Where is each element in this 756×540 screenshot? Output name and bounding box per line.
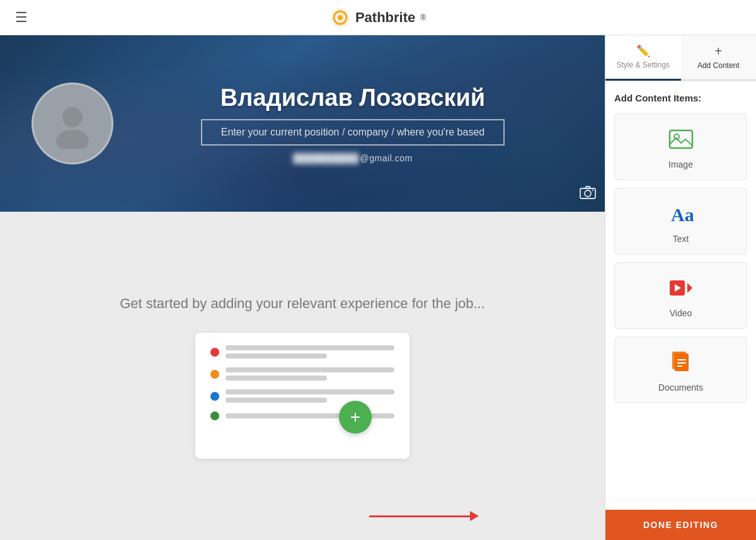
hamburger-menu[interactable]: ☰ (15, 9, 28, 26)
sidebar-section-title: Add Content Items: (614, 93, 747, 103)
logo-reg: ® (420, 13, 426, 22)
tab-add-content[interactable]: + Add Content (681, 35, 757, 81)
done-editing-arrow-indicator (369, 511, 479, 521)
done-editing-label: DONE EDITING (643, 520, 718, 530)
video-label: Video (670, 308, 692, 318)
dot-red (210, 348, 219, 357)
sidebar-tabs: ✏️ Style & Settings + Add Content (605, 35, 756, 81)
svg-text:Aa: Aa (671, 204, 694, 225)
content-item-image[interactable]: Image (614, 113, 747, 180)
svg-point-6 (585, 190, 591, 197)
camera-button[interactable] (580, 185, 596, 203)
line-short (226, 353, 327, 359)
card-row-3 (210, 389, 394, 403)
svg-point-2 (338, 15, 343, 20)
camera-icon (580, 185, 596, 199)
dot-orange (210, 370, 219, 379)
tab-style-settings[interactable]: ✏️ Style & Settings (605, 35, 681, 81)
body-content: Get started by adding your relevant expe… (0, 212, 605, 540)
right-sidebar: ✏️ Style & Settings + Add Content Add Co… (605, 35, 756, 540)
pathbrite-logo-icon (330, 8, 350, 28)
documents-icon (666, 347, 696, 377)
image-label: Image (668, 159, 693, 169)
main-layout: Владислав Лозовский Enter your current p… (0, 35, 756, 540)
avatar (32, 83, 113, 164)
arrow-line (369, 515, 470, 517)
card-lines-3 (226, 389, 394, 403)
card-lines-1 (226, 345, 394, 359)
content-item-text[interactable]: Aa Text (614, 188, 747, 255)
content-item-documents[interactable]: Documents (614, 336, 747, 403)
line-short (226, 376, 327, 381)
content-area: Владислав Лозовский Enter your current p… (0, 35, 605, 540)
avatar-icon (47, 98, 98, 149)
line-short (226, 398, 327, 403)
svg-rect-8 (670, 130, 692, 148)
svg-marker-12 (687, 283, 692, 293)
profile-banner: Владислав Лозовский Enter your current p… (0, 35, 605, 212)
sidebar-content: Add Content Items: Image Aa (605, 81, 756, 510)
content-item-video[interactable]: Video (614, 262, 747, 329)
profile-content: Владислав Лозовский Enter your current p… (0, 83, 605, 164)
card-row-1 (210, 345, 394, 359)
video-icon (666, 273, 696, 303)
email-hidden: ██████████ (293, 153, 358, 163)
line (226, 367, 394, 372)
profile-email: ██████████@gmail.com (293, 153, 412, 163)
navbar: ☰ Pathbrite® (0, 0, 756, 35)
plus-tab-icon: + (714, 44, 722, 59)
arrow-head (470, 511, 479, 521)
profile-name: Владислав Лозовский (220, 84, 485, 112)
dot-green (210, 411, 219, 420)
profile-text: Владислав Лозовский Enter your current p… (132, 84, 573, 163)
dot-blue (210, 392, 219, 401)
logo-text: Pathbrite (355, 9, 415, 26)
getting-started-text: Get started by adding your relevant expe… (120, 293, 485, 314)
image-icon (666, 124, 696, 154)
logo: Pathbrite® (330, 8, 426, 28)
svg-point-7 (592, 190, 593, 191)
card-lines-2 (226, 367, 394, 381)
done-editing-button[interactable]: DONE EDITING (605, 510, 756, 540)
text-icon: Aa (666, 198, 696, 229)
line (226, 345, 394, 350)
tab-add-label: Add Content (697, 61, 740, 70)
svg-point-3 (62, 107, 83, 127)
content-card-illustration: + (195, 333, 410, 459)
tab-style-label: Style & Settings (616, 60, 670, 69)
card-row-2 (210, 367, 394, 381)
add-content-plus-button[interactable]: + (339, 401, 372, 434)
line (226, 389, 394, 394)
pencil-icon: ✏️ (636, 44, 650, 58)
email-domain: @gmail.com (360, 153, 413, 163)
text-label: Text (673, 234, 689, 244)
documents-label: Documents (658, 382, 703, 393)
profile-position-input[interactable]: Enter your current position / company / … (201, 119, 505, 146)
svg-point-4 (56, 130, 89, 149)
